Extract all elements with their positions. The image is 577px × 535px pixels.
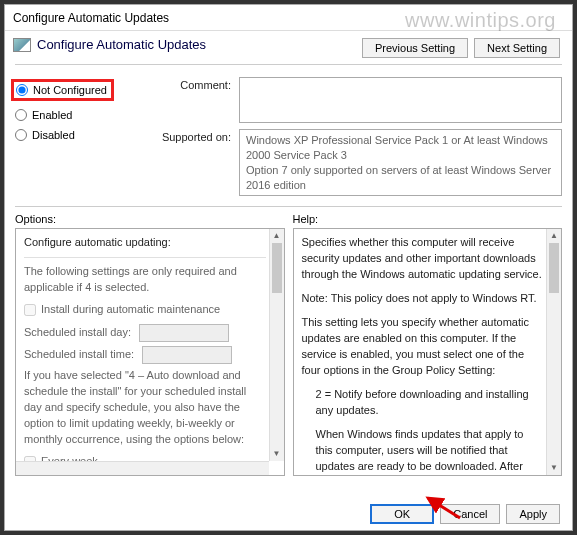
help-text: When Windows finds updates that apply to… [302,427,544,477]
nav-buttons: Previous Setting Next Setting [362,38,560,58]
options-heading: Configure automatic updating: [24,235,266,251]
divider [24,257,266,258]
scheduled-time-label: Scheduled install time: [24,347,134,363]
help-label: Help: [293,213,563,225]
footer-buttons: OK Cancel Apply [370,504,560,524]
help-text: Specifies whether this computer will rec… [302,235,544,283]
radio-enabled-label: Enabled [32,109,72,121]
help-scrollbar-v[interactable]: ▲ ▼ [546,229,561,475]
help-box: Specifies whether this computer will rec… [293,228,563,476]
scroll-thumb[interactable] [549,243,559,293]
state-radios: Not Configured Enabled Disabled [15,77,135,196]
options-panel: Options: Configure automatic updating: T… [15,213,285,476]
policy-icon [13,38,31,52]
radio-disabled-label: Disabled [32,129,75,141]
header-title: Configure Automatic Updates [37,37,206,52]
radio-not-configured[interactable]: Not Configured [16,84,107,96]
comment-label: Comment: [149,77,231,91]
scroll-down-icon[interactable]: ▼ [270,447,284,461]
options-scrollbar-v[interactable]: ▲ ▼ [269,229,284,461]
scheduled-time-select[interactable] [142,346,232,364]
checkbox-install-maintenance-input[interactable] [24,304,36,316]
scheduled-day-label: Scheduled install day: [24,325,131,341]
divider [15,64,562,65]
radio-enabled[interactable]: Enabled [15,109,135,121]
cancel-button[interactable]: Cancel [440,504,500,524]
radio-disabled[interactable]: Disabled [15,129,135,141]
radio-not-configured-label: Not Configured [33,84,107,96]
checkbox-install-maintenance[interactable]: Install during automatic maintenance [24,302,266,318]
panels: Options: Configure automatic updating: T… [5,213,572,476]
highlight-not-configured: Not Configured [11,79,114,101]
options-scrollbar-h[interactable] [16,461,269,475]
options-text-1: The following settings are only required… [24,264,266,296]
options-box: Configure automatic updating: The follow… [15,228,285,476]
comment-row: Comment: [149,77,562,123]
window-title: Configure Automatic Updates [13,11,169,25]
scroll-down-icon[interactable]: ▼ [547,461,561,475]
radio-not-configured-input[interactable] [16,84,28,96]
help-text: 2 = Notify before downloading and instal… [302,387,544,419]
scheduled-day-row: Scheduled install day: [24,324,266,342]
previous-setting-button[interactable]: Previous Setting [362,38,468,58]
scroll-up-icon[interactable]: ▲ [270,229,284,243]
supported-row: Supported on: Windows XP Professional Se… [149,129,562,196]
supported-on-box: Windows XP Professional Service Pack 1 o… [239,129,562,196]
scroll-thumb[interactable] [272,243,282,293]
help-panel: Help: Specifies whether this computer wi… [293,213,563,476]
apply-button[interactable]: Apply [506,504,560,524]
radio-enabled-input[interactable] [15,109,27,121]
scheduled-time-row: Scheduled install time: [24,346,266,364]
comment-textarea[interactable] [239,77,562,123]
divider [15,206,562,207]
config-area: Not Configured Enabled Disabled Comment: [5,71,572,200]
help-text: Note: This policy does not apply to Wind… [302,291,544,307]
next-setting-button[interactable]: Next Setting [474,38,560,58]
ok-button[interactable]: OK [370,504,434,524]
scheduled-day-select[interactable] [139,324,229,342]
supported-label: Supported on: [149,129,231,143]
options-label: Options: [15,213,285,225]
window-titlebar: Configure Automatic Updates [5,5,572,31]
radio-disabled-input[interactable] [15,129,27,141]
checkbox-install-maintenance-label: Install during automatic maintenance [41,302,220,318]
options-text-2: If you have selected "4 – Auto download … [24,368,266,448]
scroll-up-icon[interactable]: ▲ [547,229,561,243]
help-text: This setting lets you specify whether au… [302,315,544,379]
